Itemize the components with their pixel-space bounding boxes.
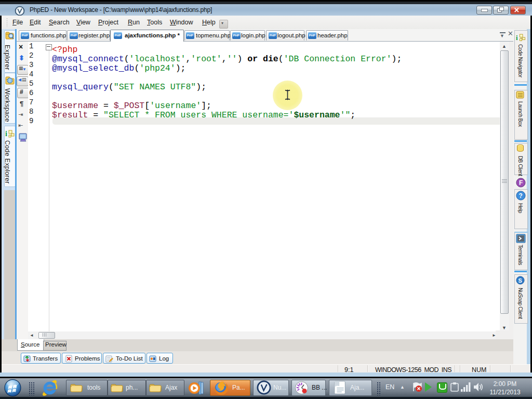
svg-text:?: ? (519, 192, 523, 200)
svg-text:F: F (519, 179, 523, 187)
svg-text:i: i (516, 34, 518, 42)
svg-text:i: i (5, 130, 7, 138)
svg-text:S: S (518, 277, 522, 284)
